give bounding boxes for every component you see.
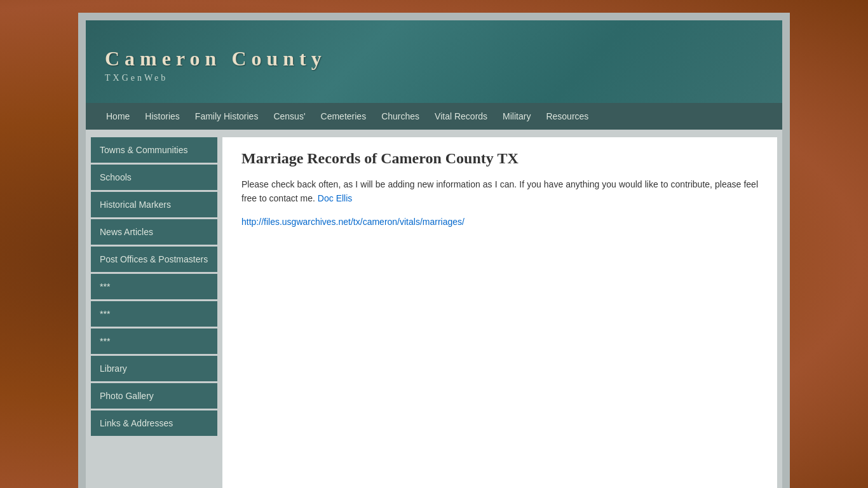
sidebar-item-historical-markers[interactable]: Historical Markers [91,192,217,217]
sidebar-item-placeholder-1[interactable]: *** [91,274,217,299]
nav-vital-records[interactable]: Vital Records [427,104,495,129]
nav-home[interactable]: Home [98,104,137,129]
sidebar-item-placeholder-2[interactable]: *** [91,301,217,327]
archive-link-paragraph: http://files.usgwarchives.net/tx/cameron… [241,215,758,229]
page-body: Please check back often, as I will be ad… [241,177,758,229]
sidebar-item-news-articles[interactable]: News Articles [91,219,217,245]
nav-census[interactable]: Census' [266,104,313,129]
sidebar-item-library[interactable]: Library [91,356,217,381]
nav-military[interactable]: Military [495,104,538,129]
sidebar-item-photo-gallery[interactable]: Photo Gallery [91,383,217,409]
contact-link[interactable]: Doc Ellis [318,193,352,203]
nav-churches[interactable]: Churches [374,104,427,129]
site-title: Cameron County [105,47,327,71]
sidebar-item-schools[interactable]: Schools [91,165,217,190]
nav-cemeteries[interactable]: Cemeteries [313,104,374,129]
nav-histories[interactable]: Histories [137,104,187,129]
archive-link[interactable]: http://files.usgwarchives.net/tx/cameron… [241,217,465,227]
nav-family-histories[interactable]: Family Histories [187,104,266,129]
page-title: Marriage Records of Cameron County TX [241,150,758,167]
body-paragraph: Please check back often, as I will be ad… [241,177,758,206]
sidebar: Towns & Communities Schools Historical M… [86,130,222,488]
inner-wrapper: Cameron County TXGenWeb Home Histories F… [86,20,782,488]
main-content: Marriage Records of Cameron County TX Pl… [222,137,777,488]
main-nav: Home Histories Family Histories Census' … [86,103,782,130]
outer-wrapper: Cameron County TXGenWeb Home Histories F… [78,13,790,488]
site-header: Cameron County TXGenWeb [86,20,782,103]
sidebar-item-placeholder-3[interactable]: *** [91,329,217,354]
sidebar-item-post-offices[interactable]: Post Offices & Postmasters [91,247,217,272]
site-subtitle: TXGenWeb [105,73,327,83]
sidebar-item-links[interactable]: Links & Addresses [91,410,217,436]
site-title-block: Cameron County TXGenWeb [105,47,327,83]
sidebar-item-towns[interactable]: Towns & Communities [91,137,217,163]
nav-resources[interactable]: Resources [538,104,596,129]
content-area: Towns & Communities Schools Historical M… [86,130,782,488]
